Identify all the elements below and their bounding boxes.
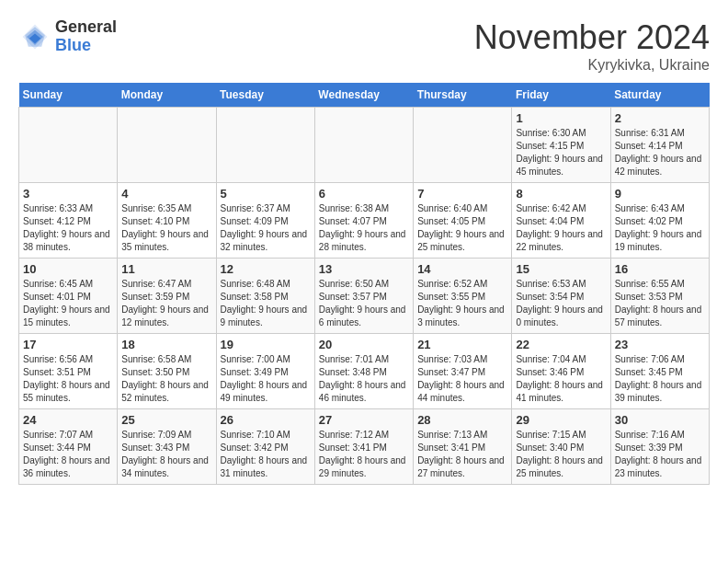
calendar-table: Sunday Monday Tuesday Wednesday Thursday… (18, 83, 710, 485)
logo: General Blue (18, 18, 117, 55)
table-row: 21Sunrise: 7:03 AM Sunset: 3:47 PM Dayli… (414, 334, 512, 409)
table-row: 1Sunrise: 6:30 AM Sunset: 4:15 PM Daylig… (512, 108, 610, 183)
day-number: 13 (319, 262, 409, 276)
day-number: 1 (516, 111, 606, 125)
day-number: 18 (121, 338, 211, 351)
page-header: General Blue November 2024 Kyrykivka, Uk… (18, 18, 710, 74)
day-info: Sunrise: 6:50 AM Sunset: 3:57 PM Dayligh… (319, 278, 409, 329)
table-row (314, 108, 413, 183)
day-number: 4 (121, 187, 211, 201)
day-number: 25 (121, 413, 211, 427)
table-row: 22Sunrise: 7:04 AM Sunset: 3:46 PM Dayli… (512, 334, 610, 409)
calendar-week-row: 24Sunrise: 7:07 AM Sunset: 3:44 PM Dayli… (19, 409, 710, 485)
day-number: 20 (319, 338, 409, 351)
day-info: Sunrise: 6:56 AM Sunset: 3:51 PM Dayligh… (23, 353, 113, 405)
table-row: 12Sunrise: 6:48 AM Sunset: 3:58 PM Dayli… (216, 259, 314, 334)
day-number: 29 (516, 413, 606, 427)
logo-text: General Blue (55, 18, 117, 55)
day-number: 7 (417, 187, 507, 201)
day-info: Sunrise: 7:00 AM Sunset: 3:49 PM Dayligh… (221, 353, 311, 405)
table-row: 25Sunrise: 7:09 AM Sunset: 3:43 PM Dayli… (118, 409, 216, 485)
table-row: 4Sunrise: 6:35 AM Sunset: 4:10 PM Daylig… (118, 183, 216, 259)
table-row: 18Sunrise: 6:58 AM Sunset: 3:50 PM Dayli… (118, 334, 216, 409)
calendar-header-row: Sunday Monday Tuesday Wednesday Thursday… (19, 83, 710, 108)
day-info: Sunrise: 6:42 AM Sunset: 4:04 PM Dayligh… (516, 202, 606, 254)
calendar-week-row: 17Sunrise: 6:56 AM Sunset: 3:51 PM Dayli… (19, 334, 710, 409)
day-info: Sunrise: 7:04 AM Sunset: 3:46 PM Dayligh… (516, 353, 606, 405)
day-number: 17 (23, 338, 113, 351)
day-number: 14 (417, 262, 507, 276)
day-number: 9 (615, 187, 705, 201)
header-friday: Friday (512, 83, 610, 108)
calendar-week-row: 3Sunrise: 6:33 AM Sunset: 4:12 PM Daylig… (19, 183, 710, 259)
day-info: Sunrise: 6:45 AM Sunset: 4:01 PM Dayligh… (23, 278, 113, 329)
day-number: 30 (615, 413, 705, 427)
day-number: 15 (516, 262, 606, 276)
day-number: 12 (221, 262, 311, 276)
table-row: 7Sunrise: 6:40 AM Sunset: 4:05 PM Daylig… (414, 183, 512, 259)
header-monday: Monday (118, 83, 216, 108)
table-row (19, 108, 118, 183)
day-number: 26 (221, 413, 311, 427)
day-number: 5 (221, 187, 311, 201)
day-info: Sunrise: 7:09 AM Sunset: 3:43 PM Dayligh… (121, 429, 211, 480)
table-row: 11Sunrise: 6:47 AM Sunset: 3:59 PM Dayli… (118, 259, 216, 334)
day-number: 27 (319, 413, 409, 427)
day-info: Sunrise: 6:38 AM Sunset: 4:07 PM Dayligh… (319, 202, 409, 254)
day-number: 6 (319, 187, 409, 201)
header-wednesday: Wednesday (314, 83, 413, 108)
table-row: 14Sunrise: 6:52 AM Sunset: 3:55 PM Dayli… (414, 259, 512, 334)
header-thursday: Thursday (414, 83, 512, 108)
table-row: 23Sunrise: 7:06 AM Sunset: 3:45 PM Dayli… (610, 334, 709, 409)
day-info: Sunrise: 7:13 AM Sunset: 3:41 PM Dayligh… (417, 429, 507, 480)
day-info: Sunrise: 6:47 AM Sunset: 3:59 PM Dayligh… (121, 278, 211, 329)
table-row: 24Sunrise: 7:07 AM Sunset: 3:44 PM Dayli… (19, 409, 118, 485)
header-saturday: Saturday (610, 83, 709, 108)
table-row: 2Sunrise: 6:31 AM Sunset: 4:14 PM Daylig… (610, 108, 709, 183)
day-number: 10 (23, 262, 113, 276)
location-subtitle: Kyrykivka, Ukraine (474, 57, 710, 74)
table-row: 5Sunrise: 6:37 AM Sunset: 4:09 PM Daylig… (216, 183, 314, 259)
day-info: Sunrise: 6:58 AM Sunset: 3:50 PM Dayligh… (121, 353, 211, 405)
day-number: 8 (516, 187, 606, 201)
table-row: 27Sunrise: 7:12 AM Sunset: 3:41 PM Dayli… (314, 409, 413, 485)
day-info: Sunrise: 7:15 AM Sunset: 3:40 PM Dayligh… (516, 429, 606, 480)
day-info: Sunrise: 6:31 AM Sunset: 4:14 PM Dayligh… (615, 127, 705, 178)
day-info: Sunrise: 7:01 AM Sunset: 3:48 PM Dayligh… (319, 353, 409, 405)
day-info: Sunrise: 6:35 AM Sunset: 4:10 PM Dayligh… (121, 202, 211, 254)
logo-icon (18, 20, 51, 53)
table-row: 17Sunrise: 6:56 AM Sunset: 3:51 PM Dayli… (19, 334, 118, 409)
table-row: 26Sunrise: 7:10 AM Sunset: 3:42 PM Dayli… (216, 409, 314, 485)
title-section: November 2024 Kyrykivka, Ukraine (474, 18, 710, 74)
day-number: 22 (516, 338, 606, 351)
table-row: 6Sunrise: 6:38 AM Sunset: 4:07 PM Daylig… (314, 183, 413, 259)
day-number: 16 (615, 262, 705, 276)
day-info: Sunrise: 6:33 AM Sunset: 4:12 PM Dayligh… (23, 202, 113, 254)
day-info: Sunrise: 7:06 AM Sunset: 3:45 PM Dayligh… (615, 353, 705, 405)
day-number: 21 (417, 338, 507, 351)
day-info: Sunrise: 6:43 AM Sunset: 4:02 PM Dayligh… (615, 202, 705, 254)
header-sunday: Sunday (19, 83, 118, 108)
day-number: 3 (23, 187, 113, 201)
day-number: 28 (417, 413, 507, 427)
table-row: 16Sunrise: 6:55 AM Sunset: 3:53 PM Dayli… (610, 259, 709, 334)
day-number: 11 (121, 262, 211, 276)
table-row: 30Sunrise: 7:16 AM Sunset: 3:39 PM Dayli… (610, 409, 709, 485)
day-number: 2 (615, 111, 705, 125)
month-title: November 2024 (474, 18, 710, 57)
table-row: 20Sunrise: 7:01 AM Sunset: 3:48 PM Dayli… (314, 334, 413, 409)
day-info: Sunrise: 7:12 AM Sunset: 3:41 PM Dayligh… (319, 429, 409, 480)
day-info: Sunrise: 6:52 AM Sunset: 3:55 PM Dayligh… (417, 278, 507, 329)
day-info: Sunrise: 7:10 AM Sunset: 3:42 PM Dayligh… (221, 429, 311, 480)
day-number: 19 (221, 338, 311, 351)
table-row: 9Sunrise: 6:43 AM Sunset: 4:02 PM Daylig… (610, 183, 709, 259)
day-info: Sunrise: 7:07 AM Sunset: 3:44 PM Dayligh… (23, 429, 113, 480)
header-tuesday: Tuesday (216, 83, 314, 108)
day-number: 24 (23, 413, 113, 427)
day-info: Sunrise: 6:48 AM Sunset: 3:58 PM Dayligh… (221, 278, 311, 329)
day-info: Sunrise: 7:03 AM Sunset: 3:47 PM Dayligh… (417, 353, 507, 405)
table-row (216, 108, 314, 183)
table-row: 19Sunrise: 7:00 AM Sunset: 3:49 PM Dayli… (216, 334, 314, 409)
table-row: 3Sunrise: 6:33 AM Sunset: 4:12 PM Daylig… (19, 183, 118, 259)
day-info: Sunrise: 6:55 AM Sunset: 3:53 PM Dayligh… (615, 278, 705, 329)
